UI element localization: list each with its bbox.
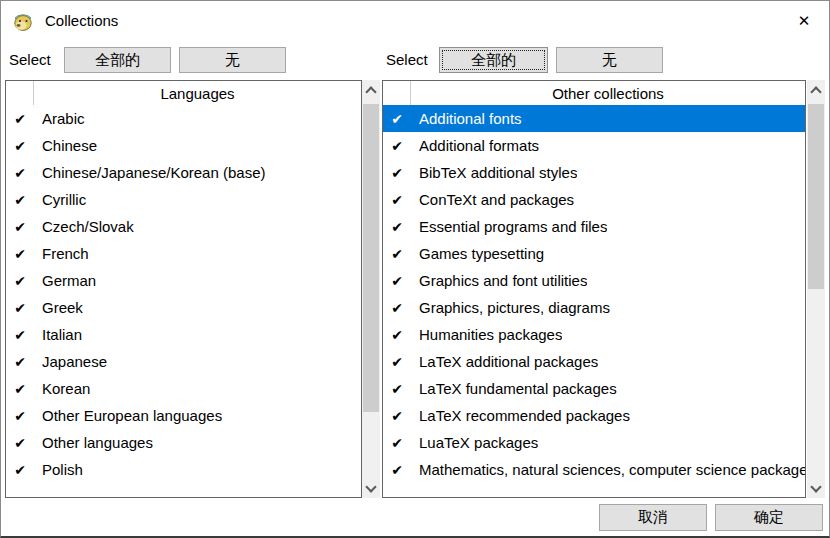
list-item[interactable]: ✔LuaTeX packages	[383, 429, 805, 456]
scrollbar-track[interactable]	[362, 100, 380, 478]
list-item[interactable]: ✔Greek	[6, 294, 361, 321]
list-item[interactable]: ✔German	[6, 267, 361, 294]
chevron-up-icon	[365, 86, 376, 97]
select-all-button-right[interactable]: 全部的	[439, 47, 548, 73]
list-item-label: Cyrillic	[42, 191, 86, 208]
list-item[interactable]: ✔Games typesetting	[383, 240, 805, 267]
title-bar: Collections ✕	[1, 1, 829, 41]
other-collections-scrollbar	[807, 80, 825, 498]
list-item-label: Polish	[42, 461, 83, 478]
list-item[interactable]: ✔Additional fonts	[383, 105, 805, 132]
check-icon: ✔	[383, 165, 411, 181]
check-icon: ✔	[383, 246, 411, 262]
check-column-header	[6, 81, 34, 105]
cancel-button[interactable]: 取消	[599, 504, 707, 531]
list-item[interactable]: ✔Humanities packages	[383, 321, 805, 348]
list-item[interactable]: ✔LaTeX fundamental packages	[383, 375, 805, 402]
list-item-label: Czech/Slovak	[42, 218, 134, 235]
list-item[interactable]: ✔Additional formats	[383, 132, 805, 159]
list-item-label: Graphics and font utilities	[419, 272, 587, 289]
list-item[interactable]: ✔Chinese/Japanese/Korean (base)	[6, 159, 361, 186]
list-item[interactable]: ✔ConTeXt and packages	[383, 186, 805, 213]
check-icon: ✔	[383, 381, 411, 397]
languages-list: Languages ✔Arabic✔Chinese✔Chinese/Japane…	[5, 80, 362, 498]
ok-button[interactable]: 确定	[715, 504, 823, 531]
check-icon: ✔	[6, 111, 34, 127]
check-icon: ✔	[6, 381, 34, 397]
list-item-label: BibTeX additional styles	[419, 164, 577, 181]
select-none-button-left[interactable]: 无	[179, 47, 286, 73]
check-icon: ✔	[6, 435, 34, 451]
scroll-up-icon[interactable]	[807, 80, 825, 100]
chevron-down-icon	[810, 481, 821, 492]
list-item-label: French	[42, 245, 89, 262]
list-item[interactable]: ✔Other languages	[6, 429, 361, 456]
list-item-label: Korean	[42, 380, 90, 397]
list-item-label: Additional formats	[419, 137, 539, 154]
scrollbar-track[interactable]	[807, 100, 825, 478]
list-item[interactable]: ✔LaTeX recommended packages	[383, 402, 805, 429]
list-item-label: Additional fonts	[419, 110, 522, 127]
list-item-label: Games typesetting	[419, 245, 544, 262]
list-item-label: Graphics, pictures, diagrams	[419, 299, 610, 316]
list-item-label: Italian	[42, 326, 82, 343]
scroll-down-icon[interactable]	[807, 478, 825, 498]
select-label-right: Select	[386, 46, 428, 73]
list-item[interactable]: ✔French	[6, 240, 361, 267]
check-icon: ✔	[383, 435, 411, 451]
list-item-label: LaTeX fundamental packages	[419, 380, 617, 397]
list-item[interactable]: ✔Cyrillic	[6, 186, 361, 213]
list-item[interactable]: ✔Korean	[6, 375, 361, 402]
texlive-lion-icon	[12, 10, 34, 32]
close-icon[interactable]: ✕	[787, 5, 821, 37]
list-item-label: Mathematics, natural sciences, computer …	[419, 461, 805, 478]
list-item[interactable]: ✔Mathematics, natural sciences, computer…	[383, 456, 805, 483]
scrollbar-thumb[interactable]	[363, 104, 379, 412]
list-item-label: LaTeX recommended packages	[419, 407, 630, 424]
select-none-button-right[interactable]: 无	[556, 47, 663, 73]
scroll-down-icon[interactable]	[362, 478, 380, 498]
other-collections-list-rows: ✔Additional fonts✔Additional formats✔Bib…	[383, 105, 805, 483]
scrollbar-thumb[interactable]	[808, 104, 824, 289]
list-item-label: Humanities packages	[419, 326, 562, 343]
list-item[interactable]: ✔Czech/Slovak	[6, 213, 361, 240]
list-item[interactable]: ✔Italian	[6, 321, 361, 348]
list-item[interactable]: ✔Arabic	[6, 105, 361, 132]
check-icon: ✔	[6, 462, 34, 478]
list-item[interactable]: ✔LaTeX additional packages	[383, 348, 805, 375]
languages-list-rows: ✔Arabic✔Chinese✔Chinese/Japanese/Korean …	[6, 105, 361, 483]
check-icon: ✔	[6, 192, 34, 208]
list-item[interactable]: ✔Japanese	[6, 348, 361, 375]
languages-list-header: Languages	[6, 81, 361, 105]
window-title: Collections	[45, 1, 118, 41]
list-item-label: Chinese/Japanese/Korean (base)	[42, 164, 265, 181]
list-item[interactable]: ✔Polish	[6, 456, 361, 483]
languages-scrollbar	[362, 80, 380, 498]
check-icon: ✔	[383, 327, 411, 343]
list-item-label: German	[42, 272, 96, 289]
scroll-up-icon[interactable]	[362, 80, 380, 100]
check-icon: ✔	[383, 354, 411, 370]
list-item[interactable]: ✔Chinese	[6, 132, 361, 159]
check-icon: ✔	[6, 165, 34, 181]
languages-header-label: Languages	[34, 85, 361, 102]
select-all-button-left[interactable]: 全部的	[64, 47, 171, 73]
list-item[interactable]: ✔Graphics, pictures, diagrams	[383, 294, 805, 321]
list-item-label: ConTeXt and packages	[419, 191, 574, 208]
check-icon: ✔	[6, 138, 34, 154]
list-item[interactable]: ✔Other European languages	[6, 402, 361, 429]
check-icon: ✔	[383, 111, 411, 127]
list-item-label: LaTeX additional packages	[419, 353, 598, 370]
list-item[interactable]: ✔Essential programs and files	[383, 213, 805, 240]
check-icon: ✔	[383, 300, 411, 316]
list-item-label: Other languages	[42, 434, 153, 451]
list-item[interactable]: ✔BibTeX additional styles	[383, 159, 805, 186]
check-icon: ✔	[6, 219, 34, 235]
list-item-label: Arabic	[42, 110, 85, 127]
check-icon: ✔	[383, 219, 411, 235]
check-icon: ✔	[383, 462, 411, 478]
list-item[interactable]: ✔Graphics and font utilities	[383, 267, 805, 294]
other-collections-list: Other collections ✔Additional fonts✔Addi…	[382, 80, 806, 498]
check-column-header	[383, 81, 411, 105]
select-label-left: Select	[9, 46, 51, 73]
